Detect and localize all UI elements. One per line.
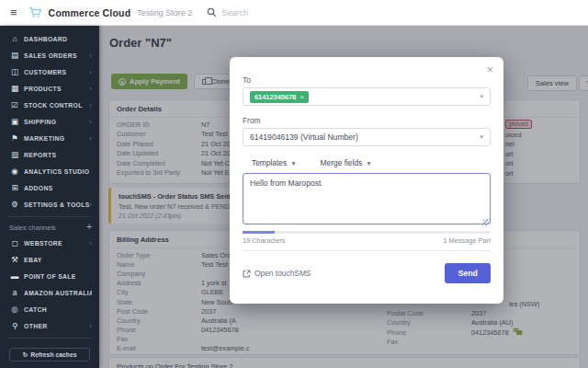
chevron-right-icon: › — [89, 239, 92, 247]
sidebar-channels-nav: ◻ WEBSTORE › ⚒ EBAY ▬ POINT OF SALE — [0, 235, 99, 334]
sidebar-item[interactable]: ◉ ANALYTICS STUDIO — [0, 163, 99, 179]
sidebar-item[interactable]: ⌂ DASHBOARD — [0, 30, 99, 47]
character-count: 19 Characters — [243, 236, 285, 245]
recipient-number: 61412345678 — [254, 93, 296, 101]
sidebar-item-icon: ⚑ — [8, 133, 21, 143]
chevron-right-icon: › — [89, 52, 92, 60]
templates-dropdown[interactable]: Templates▼ — [252, 158, 297, 167]
channel-item-label: OTHER — [24, 323, 89, 329]
sidebar-item-icon: ▦ — [8, 84, 21, 93]
sidebar-channel-item[interactable]: ⚒ EBAY — [0, 251, 99, 268]
sidebar-item-label: DASHBOARD — [24, 36, 92, 42]
sidebar-item-label: SETTINGS & TOOLS — [24, 201, 89, 208]
send-sms-modal: × To 61412345678 × ▾ From 61419046139 (V… — [230, 57, 503, 304]
sidebar-item-icon: ☑ — [8, 100, 21, 109]
sidebar-item-label: STOCK CONTROL — [24, 102, 89, 109]
sidebar: ⌂ DASHBOARD ▤ SALES ORDERS › ◫ CUSTOMERS… — [0, 26, 99, 368]
chevron-right-icon: › — [89, 68, 92, 76]
sidebar-item[interactable]: ▦ PRODUCTS › — [0, 80, 99, 97]
search-icon — [207, 5, 217, 21]
channel-item-icon: ◎ — [8, 305, 21, 314]
sidebar-item-label: REPORTS — [24, 152, 92, 158]
channel-item-label: EBAY — [24, 257, 92, 263]
message-textarea[interactable]: Hello from Maropost — [243, 173, 491, 224]
sidebar-item-label: ANALYTICS STUDIO — [24, 168, 92, 175]
to-field[interactable]: 61412345678 × ▾ — [243, 87, 491, 106]
sales-channels-label: Sales channels — [9, 224, 86, 232]
caret-down-icon: ▼ — [366, 160, 371, 167]
chevron-right-icon: › — [89, 322, 92, 330]
add-channel-icon[interactable]: + — [86, 223, 92, 232]
refresh-caches-button[interactable]: ↻ Refresh caches — [9, 348, 90, 362]
brand-name: Commerce Cloud — [49, 7, 131, 18]
sidebar-item-label: SALES ORDERS — [24, 52, 89, 59]
search-input[interactable] — [221, 8, 332, 17]
sidebar-channel-item[interactable]: ▬ POINT OF SALE — [0, 268, 99, 284]
channel-item-label: WEBSTORE — [24, 240, 89, 247]
from-value: 61419046139 (Virtual Number) — [250, 132, 358, 142]
caret-down-icon: ▼ — [290, 160, 296, 167]
chip-remove-icon[interactable]: × — [300, 93, 304, 101]
sidebar-item[interactable]: ⊞ ADDONS — [0, 179, 99, 196]
sidebar-item-label: CUSTOMERS — [24, 69, 89, 75]
recipient-chip[interactable]: 61412345678 × — [250, 91, 309, 103]
channel-item-label: AMAZON AUSTRALIA — [24, 290, 92, 296]
sidebar-item[interactable]: ▣ SHIPPING › — [0, 113, 99, 130]
merge-fields-dropdown[interactable]: Merge fields▼ — [321, 158, 372, 167]
sidebar-divider — [7, 216, 92, 217]
channel-item-icon: ◻ — [8, 238, 21, 247]
resize-handle[interactable] — [482, 219, 489, 225]
channel-item-icon: ⚒ — [8, 255, 21, 264]
message-part-count: 1 Message Part — [443, 236, 491, 245]
sidebar-item-icon: ⊞ — [8, 183, 21, 192]
channel-item-icon: a — [8, 288, 21, 297]
sidebar-channel-item[interactable]: ◻ WEBSTORE › — [0, 235, 99, 251]
hamburger-menu-icon[interactable]: ≡ — [10, 6, 17, 18]
topbar: ≡ Commerce Cloud Testing Store 2 — [0, 0, 588, 26]
sidebar-item-icon: ▣ — [8, 117, 21, 126]
sidebar-item-label: MARKETING — [24, 135, 89, 142]
open-touchsms-link[interactable]: Open touchSMS — [243, 269, 311, 278]
chevron-right-icon: › — [89, 101, 92, 109]
channel-item-label: POINT OF SALE — [24, 273, 92, 280]
external-link-icon — [243, 270, 251, 278]
sidebar-channel-item[interactable]: ◎ CATCH — [0, 301, 99, 317]
chevron-right-icon: › — [89, 85, 92, 93]
sidebar-item[interactable]: ⚑ MARKETING › — [0, 130, 99, 146]
to-label: To — [243, 75, 491, 85]
sidebar-item-icon: ◫ — [8, 67, 21, 76]
sidebar-channel-item[interactable]: ⚲ OTHER › — [0, 317, 99, 334]
sidebar-main-nav: ⌂ DASHBOARD ▤ SALES ORDERS › ◫ CUSTOMERS… — [0, 30, 99, 213]
channel-item-icon: ⚲ — [8, 321, 21, 330]
sidebar-item-icon: ▤ — [8, 51, 21, 60]
caret-down-icon: ▾ — [480, 133, 483, 141]
store-name[interactable]: Testing Store 2 — [137, 8, 192, 17]
close-icon[interactable]: × — [486, 63, 493, 76]
sidebar-item-icon: ◉ — [8, 167, 21, 176]
refresh-icon: ↻ — [23, 351, 28, 359]
from-label: From — [243, 116, 491, 125]
sidebar-item[interactable]: ⚙ SETTINGS & TOOLS › — [0, 196, 99, 213]
sidebar-channel-item[interactable]: a AMAZON AUSTRALIA — [0, 284, 99, 301]
sidebar-divider — [7, 338, 92, 339]
chevron-right-icon: › — [89, 118, 92, 126]
sidebar-item[interactable]: ◫ CUSTOMERS › — [0, 63, 99, 80]
channel-item-label: CATCH — [24, 306, 92, 313]
caret-down-icon: ▾ — [480, 93, 483, 100]
sidebar-item-icon: ⚙ — [8, 200, 21, 209]
send-button[interactable]: Send — [445, 263, 491, 283]
sidebar-item-icon: ▥ — [8, 150, 21, 159]
sidebar-item[interactable]: ☑ STOCK CONTROL › — [0, 97, 99, 113]
from-select[interactable]: 61419046139 (Virtual Number) ▾ — [243, 128, 491, 146]
sidebar-item-icon: ⌂ — [8, 34, 21, 43]
chevron-right-icon: › — [89, 201, 92, 209]
cart-logo-icon — [28, 6, 42, 18]
sidebar-item-label: SHIPPING — [24, 119, 89, 125]
sidebar-item-label: PRODUCTS — [24, 86, 89, 92]
sidebar-item-label: ADDONS — [24, 185, 92, 191]
sidebar-item[interactable]: ▥ REPORTS — [0, 146, 99, 163]
channel-item-icon: ▬ — [8, 271, 21, 281]
sidebar-item[interactable]: ▤ SALES ORDERS › — [0, 47, 99, 63]
chevron-right-icon: › — [89, 134, 92, 143]
app-window: ≡ Commerce Cloud Testing Store 2 — [0, 0, 588, 368]
